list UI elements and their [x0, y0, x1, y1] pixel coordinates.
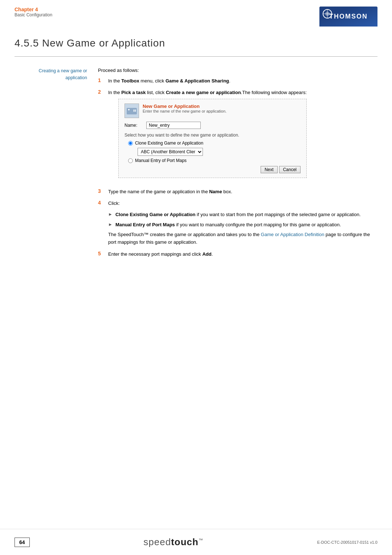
dialog-title: New Game or Application — [143, 104, 226, 109]
dialog-header: New Game or Application Enter the name o… — [124, 104, 301, 118]
footer: 64 speedtouch™ E-DOC-CTC-20051017-0151 v… — [0, 529, 392, 555]
doc-reference: E-DOC-CTC-20051017-0151 v1.0 — [317, 540, 377, 544]
step-5-text: Enter the necessary port mappings and cl… — [108, 251, 213, 258]
svg-rect-6 — [128, 109, 129, 110]
dialog-box: New Game or Application Enter the name o… — [118, 99, 307, 178]
game-definition-link[interactable]: Game or Application Definition — [261, 232, 324, 237]
sidebar: Creating a new game orapplication — [15, 68, 87, 262]
logo-area: THOMSON — [319, 7, 377, 27]
radio-clone-label: Clone Existing Game or Application — [135, 141, 203, 146]
sub-text-clone: Clone Existing Game or Application if yo… — [115, 211, 361, 218]
step-3-number: 3 — [98, 188, 105, 194]
sub-text-manual: Manual Entry of Port Maps if you want to… — [115, 221, 341, 228]
clone-select[interactable]: ABC (Another Bittorent Client) — [138, 148, 203, 156]
svg-point-7 — [134, 110, 135, 111]
chapter-sub: Basic Configuration — [15, 12, 52, 17]
dialog-name-label: Name: — [124, 123, 143, 128]
step-3-text: Type the name of the game or application… — [108, 188, 232, 195]
sidebar-title: Creating a new game orapplication — [39, 68, 87, 80]
step-1: 1 In the Toolbox menu, click Game & Appl… — [98, 77, 377, 85]
radio-manual[interactable] — [128, 158, 133, 163]
step-2-text: In the Pick a task list, click Create a … — [108, 90, 307, 95]
arrow-icon-1: ► — [108, 212, 113, 217]
brand-name: speedtouch™ — [143, 536, 203, 548]
radio-manual-label: Manual Entry of Port Maps — [135, 158, 187, 163]
dialog-graphic — [126, 105, 138, 117]
dialog-title-area: New Game or Application Enter the name o… — [143, 104, 226, 113]
dialog-subtitle: Enter the name of the new game or applic… — [143, 109, 226, 113]
step-3: 3 Type the name of the game or applicati… — [98, 188, 377, 195]
note-paragraph: The SpeedTouch™ creates the game or appl… — [108, 231, 377, 246]
chapter-label: Chapter 4 — [15, 7, 52, 12]
brand-tm: ™ — [199, 538, 203, 543]
svg-point-8 — [135, 110, 136, 111]
header: Chapter 4 Basic Configuration THOMSON — [0, 0, 392, 27]
brand-touch: touch — [171, 536, 199, 547]
step-5-number: 5 — [98, 251, 105, 256]
step-1-number: 1 — [98, 77, 105, 83]
radio-clone[interactable] — [128, 141, 133, 146]
proceed-text: Proceed as follows: — [98, 68, 377, 73]
cancel-button[interactable]: Cancel — [279, 166, 301, 173]
step-1-text: In the Toolbox menu, click Game & Applic… — [108, 77, 230, 85]
step-5: 5 Enter the necessary port mappings and … — [98, 251, 377, 258]
svg-point-9 — [134, 111, 135, 112]
radio-row-manual[interactable]: Manual Entry of Port Maps — [128, 158, 301, 163]
step-4: 4 Click: — [98, 200, 377, 207]
arrow-icon-2: ► — [108, 222, 113, 227]
dialog-name-input[interactable] — [146, 122, 201, 129]
page-title: 4.5.5 New Game or Application — [15, 37, 377, 49]
dialog-icon — [124, 104, 139, 118]
step-2-number: 2 — [98, 89, 105, 95]
content-area: Proceed as follows: 1 In the Toolbox men… — [98, 68, 377, 262]
svg-point-10 — [135, 111, 136, 112]
sub-option-manual: ► Manual Entry of Port Maps if you want … — [108, 221, 377, 228]
brand-speed: speed — [143, 536, 171, 547]
step-2: 2 In the Pick a task list, click Create … — [98, 89, 377, 184]
dropdown-row[interactable]: ABC (Another Bittorent Client) — [138, 148, 301, 156]
page-number: 64 — [15, 538, 30, 547]
page-title-section: 4.5.5 New Game or Application — [0, 27, 392, 56]
main-content: Creating a new game orapplication Procee… — [0, 57, 392, 276]
step-4-text: Click: — [108, 200, 120, 207]
radio-row-clone[interactable]: Clone Existing Game or Application — [128, 141, 301, 146]
step-4-number: 4 — [98, 200, 105, 206]
dialog-select-instruction: Select how you want to define the new ga… — [124, 133, 301, 138]
next-button[interactable]: Next — [261, 166, 278, 173]
dialog-buttons: Next Cancel — [124, 166, 301, 173]
chapter-info: Chapter 4 Basic Configuration — [15, 7, 52, 17]
logo-text: THOMSON — [329, 13, 368, 20]
sub-option-clone: ► Clone Existing Game or Application if … — [108, 211, 377, 218]
radio-group: Clone Existing Game or Application ABC (… — [128, 141, 301, 163]
dialog-name-field: Name: — [124, 122, 301, 129]
